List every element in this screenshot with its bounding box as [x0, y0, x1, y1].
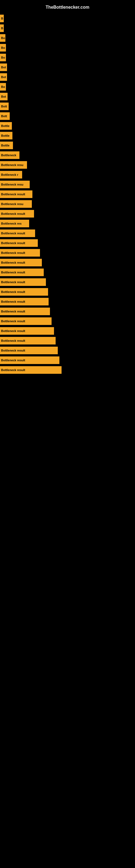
bar-row: Bottleneck result: [0, 346, 135, 355]
main-container: TheBottlenecker.com BBBoBoBoBotBotBoBotB…: [0, 0, 135, 868]
bar-row: Bott: [0, 112, 135, 120]
bar-label: Bot: [0, 73, 7, 81]
bar-label: Bottleneck resu: [0, 161, 27, 169]
bar-row: Bottleneck result: [0, 209, 135, 218]
bar-label: Bottleneck resu: [0, 200, 32, 208]
bar-label: Bottleneck result: [0, 347, 58, 354]
bar-label: Bott: [0, 102, 9, 110]
bar-row: Bottle: [0, 122, 135, 130]
bar-label: Bottle: [0, 122, 12, 130]
bar-label: B: [0, 24, 4, 32]
bar-label: Bottle: [0, 142, 13, 149]
bar-row: Bottleneck result: [0, 268, 135, 277]
bar-label: Bottle: [0, 132, 12, 140]
bar-label: Bottleneck r: [0, 171, 22, 179]
bar-row: Bo: [0, 53, 135, 62]
bar-row: Bottleneck result: [0, 278, 135, 286]
bar-label: Bottleneck result: [0, 269, 44, 276]
bar-row: Bottle: [0, 141, 135, 150]
bar-label: Bottleneck result: [0, 239, 38, 247]
bar-label: Bottleneck: [0, 151, 19, 159]
bar-row: Bottle: [0, 131, 135, 140]
bar-label: Bottleneck result: [0, 308, 50, 315]
bar-label: Bottleneck result: [0, 249, 40, 257]
bar-label: B: [0, 14, 4, 22]
bar-label: Bottleneck res: [0, 220, 29, 227]
bar-row: Bottleneck result: [0, 258, 135, 267]
bar-row: Bottleneck resu: [0, 161, 135, 169]
bar-label: Bott: [0, 112, 10, 120]
bar-row: Bottleneck resu: [0, 180, 135, 189]
bar-row: Bottleneck result: [0, 327, 135, 335]
bars-container: BBBoBoBoBotBotBoBotBottBottBottleBottleB…: [0, 14, 135, 374]
site-title: TheBottlenecker.com: [0, 3, 135, 14]
bar-label: Bo: [0, 34, 5, 42]
bar-label: Bottleneck result: [0, 278, 46, 286]
bar-row: Bottleneck res: [0, 219, 135, 228]
bar-row: Bottleneck result: [0, 190, 135, 198]
bar-row: Bo: [0, 43, 135, 52]
bar-label: Bot: [0, 93, 8, 100]
bar-label: Bottleneck result: [0, 356, 59, 364]
bar-row: Bottleneck result: [0, 307, 135, 316]
bar-row: Bottleneck result: [0, 248, 135, 257]
bar-row: Bottleneck result: [0, 317, 135, 326]
bar-row: Bottleneck result: [0, 297, 135, 306]
bar-label: Bottleneck resu: [0, 181, 30, 188]
bar-row: Bottleneck resu: [0, 199, 135, 208]
bar-row: Bo: [0, 83, 135, 91]
bar-label: Bottleneck result: [0, 366, 61, 374]
bar-label: Bottleneck result: [0, 317, 52, 325]
bar-row: Bottleneck result: [0, 287, 135, 296]
bar-row: Bot: [0, 73, 135, 82]
bar-label: Bottleneck result: [0, 229, 35, 237]
bar-label: Bottleneck result: [0, 327, 54, 335]
bar-row: B: [0, 24, 135, 33]
bar-row: B: [0, 14, 135, 23]
bar-label: Bottleneck result: [0, 288, 48, 296]
bar-row: Bottleneck result: [0, 356, 135, 365]
bar-label: Bottleneck result: [0, 190, 32, 198]
bar-row: Bot: [0, 92, 135, 101]
bar-row: Bott: [0, 102, 135, 111]
bar-label: Bo: [0, 54, 6, 61]
bar-row: Bottleneck result: [0, 366, 135, 374]
bar-row: Bottleneck result: [0, 239, 135, 247]
bar-row: Bo: [0, 34, 135, 42]
bar-label: Bottleneck result: [0, 210, 34, 218]
bar-label: Bo: [0, 44, 6, 52]
bar-label: Bot: [0, 63, 7, 71]
bar-row: Bottleneck: [0, 151, 135, 159]
bar-row: Bottleneck result: [0, 229, 135, 238]
bar-label: Bo: [0, 83, 6, 91]
bar-label: Bottleneck result: [0, 298, 49, 305]
bar-row: Bottleneck result: [0, 336, 135, 345]
bar-row: Bottleneck r: [0, 170, 135, 179]
bar-row: Bot: [0, 63, 135, 72]
bar-label: Bottleneck result: [0, 337, 56, 344]
bar-label: Bottleneck result: [0, 259, 42, 267]
